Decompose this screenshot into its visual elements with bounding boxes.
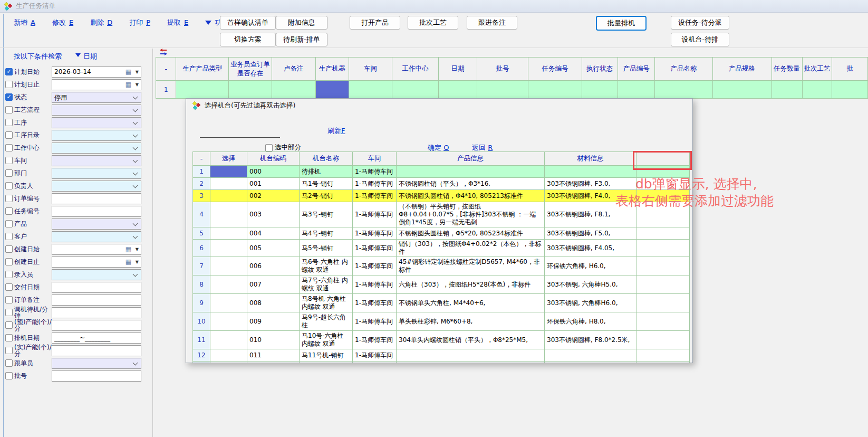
follow-up-remark-button[interactable]: 跟进备注 xyxy=(467,16,517,30)
main-col-product-type[interactable]: 生产产品类型 xyxy=(176,58,229,81)
actual-capacity-input[interactable] xyxy=(52,345,141,356)
machine-cell-select[interactable] xyxy=(210,257,247,276)
main-col-machine[interactable]: 生产机器 xyxy=(315,58,349,81)
status-select[interactable]: 停用 xyxy=(52,92,141,103)
machine-cell-workshop[interactable]: 1-马师傅车间 xyxy=(353,166,397,178)
department-select[interactable] xyxy=(52,168,141,179)
machine-cell-material[interactable]: 303不锈钢, 六角棒H6.0, xyxy=(545,294,636,312)
machine-cell-material[interactable]: 303不锈钢圆棒, F3.0, xyxy=(545,178,636,190)
main-col-product-name[interactable]: 产品名称 xyxy=(655,58,712,81)
task-no-checkbox[interactable] xyxy=(5,207,13,215)
machine-row-number[interactable]: 12 xyxy=(193,349,210,362)
batch-process-button[interactable]: 批次工艺 xyxy=(408,16,458,30)
swap-columns-icon[interactable] xyxy=(159,48,168,56)
setup-standby-min-checkbox[interactable] xyxy=(5,309,13,316)
machine-cell-name[interactable]: 马7号-六角柱 内螺纹 双通 xyxy=(300,276,353,294)
plan-date-start-date-input[interactable]: 2026-03-14▦▼ xyxy=(52,66,141,78)
main-col-batch-no[interactable]: 批号 xyxy=(477,58,528,81)
department-checkbox[interactable] xyxy=(5,169,13,177)
main-cell-product-name[interactable] xyxy=(655,81,712,99)
machine-cell-filter[interactable] xyxy=(636,294,690,312)
menu-item-print[interactable]: 打印P xyxy=(129,17,150,28)
main-col-workshop[interactable]: 车间 xyxy=(349,58,392,81)
machine-row-number[interactable]: 3 xyxy=(193,190,210,202)
machine-cell-workshop[interactable]: 1-马师傅车间 xyxy=(353,227,397,240)
operation-catalog-select[interactable] xyxy=(52,130,141,141)
plan-date-start-checkbox[interactable]: ✓ xyxy=(5,68,13,75)
workshop-select[interactable] xyxy=(52,155,141,166)
machine-row-number[interactable]: 13 xyxy=(193,362,210,364)
menu-item-delete[interactable]: 删除D xyxy=(90,17,112,28)
machine-cell-name[interactable]: 马1号-销钉 xyxy=(300,178,353,190)
machine-cell-name[interactable]: 马10号-六角柱 内螺纹 双通 xyxy=(300,331,353,349)
main-cell-batch-process[interactable] xyxy=(802,81,832,99)
machine-cell-name[interactable]: 马11号机-销钉 xyxy=(300,349,353,362)
machine-cell-workshop[interactable]: 1-马师傅车间 xyxy=(353,362,397,364)
dialog-filter-input[interactable] xyxy=(200,129,280,138)
machine-cell-filter[interactable] xyxy=(636,331,690,349)
machine-cell-workshop[interactable]: 1-马师傅车间 xyxy=(353,240,397,257)
machine-row-number[interactable]: 8 xyxy=(193,276,210,294)
machine-row-number[interactable]: 9 xyxy=(193,294,210,312)
machine-col-num[interactable]: - xyxy=(193,152,210,166)
schedule-date-checkbox[interactable] xyxy=(5,334,13,341)
customer-select[interactable] xyxy=(52,231,141,242)
status-checkbox[interactable]: ✓ xyxy=(5,93,13,101)
machine-cell-product[interactable]: （不锈钢）平头销钉，按图纸Φ8+0.04+0.07*5，[非标件]303不锈钢 … xyxy=(397,202,545,227)
machine-col-material[interactable]: 材料信息 xyxy=(545,152,636,166)
machine-row-008[interactable]: 9008马8号机-六角柱 内螺纹 双通1-马师傅车间不锈钢单头六角柱, M4*4… xyxy=(193,294,690,312)
machine-row-006[interactable]: 7006马6号-六角柱 内螺纹 双通1-马师傅车间45#钢彩锌定制连接螺柱定制D… xyxy=(193,257,690,276)
machine-cell-product[interactable] xyxy=(397,166,545,178)
machine-cell-select[interactable] xyxy=(210,276,247,294)
machine-cell-code[interactable]: 008 xyxy=(247,294,300,312)
workshop-checkbox[interactable] xyxy=(5,157,13,164)
machine-cell-filter[interactable] xyxy=(636,240,690,257)
machine-cell-material[interactable]: 303不锈钢, 六角棒H5.0, xyxy=(545,276,636,294)
machine-cell-code[interactable]: 003 xyxy=(247,202,300,227)
machine-cell-name[interactable]: 马8号机-六角柱 内螺纹 双通 xyxy=(300,294,353,312)
machine-cell-filter[interactable] xyxy=(636,257,690,276)
switch-plan-button[interactable]: 切换方案 xyxy=(220,33,276,46)
delivery-date-checkbox[interactable] xyxy=(5,283,13,291)
machine-row-number[interactable]: 6 xyxy=(193,240,210,257)
machine-cell-select[interactable] xyxy=(210,331,247,349)
machine-cell-workshop[interactable]: 1-马师傅车间 xyxy=(353,178,397,190)
est-capacity-checkbox[interactable] xyxy=(5,321,13,329)
machine-cell-workshop[interactable]: 1-马师傅车间 xyxy=(353,276,397,294)
machine-cell-name[interactable]: 马9号-超长六角柱 xyxy=(300,312,353,331)
machine-cell-product[interactable]: 不锈钢单头六角柱, M4*40+6, xyxy=(397,294,545,312)
work-center-select[interactable] xyxy=(52,142,141,154)
machine-cell-product[interactable]: 45#钢彩锌定制连接螺柱定制D5657, M4*60，非标件 xyxy=(397,257,545,276)
machine-cell-name[interactable]: 马3号-销钉 xyxy=(300,202,353,227)
sort-by-date[interactable]: 日期 xyxy=(75,52,97,61)
machine-cell-code[interactable]: 006 xyxy=(247,257,300,276)
main-col-lu-remark[interactable]: 卢备注 xyxy=(272,58,315,81)
machine-cell-material[interactable] xyxy=(545,362,636,364)
main-cell-product-spec[interactable] xyxy=(712,81,771,99)
machine-cell-name[interactable]: 待排机 xyxy=(300,166,353,178)
machine-row-number[interactable]: 7 xyxy=(193,257,210,276)
machine-cell-workshop[interactable]: 1-马师傅车间 xyxy=(353,190,397,202)
main-cell-product-no[interactable] xyxy=(618,81,655,99)
machine-cell-name[interactable]: 马12号-销钉 xyxy=(300,362,353,364)
product-select[interactable] xyxy=(52,218,141,230)
main-cell-batch-cut[interactable] xyxy=(832,81,868,99)
main-row-number[interactable]: 1 xyxy=(156,81,176,99)
machine-cell-workshop[interactable]: 1-马师傅车间 xyxy=(353,331,397,349)
machine-cell-filter[interactable] xyxy=(636,276,690,294)
entry-clerk-select[interactable] xyxy=(52,269,141,280)
machine-col-workshop[interactable]: 车间 xyxy=(353,152,397,166)
machine-cell-name[interactable]: 马4号-销钉 xyxy=(300,227,353,240)
manager-select[interactable] xyxy=(52,180,141,192)
delivery-date-input[interactable] xyxy=(52,282,141,293)
machine-cell-select[interactable] xyxy=(210,190,247,202)
machine-cell-code[interactable]: 001 xyxy=(247,178,300,190)
main-cell-task-no[interactable] xyxy=(528,81,582,99)
machine-row-number[interactable]: 2 xyxy=(193,178,210,190)
machine-cell-material[interactable]: 303不锈钢圆棒, F8.0*2.5米, xyxy=(545,331,636,349)
create-date-start-date-input[interactable]: ▦▼ xyxy=(52,244,141,255)
machine-cell-select[interactable] xyxy=(210,166,247,178)
main-col-date[interactable]: 日期 xyxy=(439,58,477,81)
machine-cell-code[interactable]: 011 xyxy=(247,349,300,362)
machine-cell-select[interactable] xyxy=(210,312,247,331)
